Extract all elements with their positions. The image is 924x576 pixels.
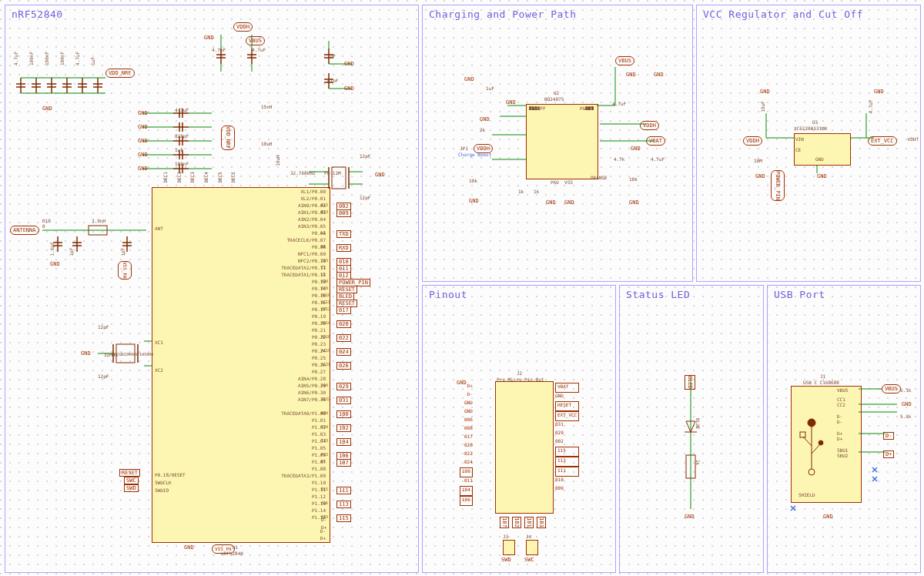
c20v: 1pF (120, 248, 126, 256)
j4-val: SWC (524, 557, 534, 563)
y2p: FC-12M (324, 170, 341, 176)
c8v: 100nF (175, 161, 189, 166)
gnd-d5: GND (138, 166, 148, 172)
c4v: 12pF (360, 195, 370, 200)
c21l: 1uF (327, 53, 336, 59)
c22l: 47nF (327, 78, 338, 83)
net-swd-l: SWD (124, 484, 139, 492)
title-pinout: Pinout (429, 289, 467, 300)
y1b: XRCGB32M000F1H50R0 (112, 352, 153, 357)
gnd-p1: GND (457, 380, 467, 386)
vreg-wires (743, 90, 889, 175)
rail-vbus-top: VBUS (246, 36, 265, 45)
d3v: BLUE (695, 418, 701, 429)
gnd-y2: GND (375, 172, 385, 178)
c19v: 1pF (69, 248, 74, 256)
box-charge: Charging and Power Path U2 BQ24075 SYSOF… (422, 5, 693, 282)
gnd-usb2: GND (823, 514, 833, 520)
box-nrf: nRF52840 U1 nRF52840 VDD_NRF 4.7uF 100nF… (5, 5, 419, 573)
r10v: 0 (42, 223, 45, 229)
gnd-d3: GND (138, 138, 148, 144)
j1-pins: VBUS CC1CC2 D-D- D+D+ SBU1SBU2 (837, 387, 848, 464)
y2f: 32.768kHz (290, 170, 316, 176)
svg-point-109 (819, 440, 823, 445)
chip-j2 (495, 381, 554, 514)
title-nrf: nRF52840 (12, 8, 63, 20)
chip-j3 (503, 540, 515, 555)
c12v: 100nF (28, 52, 34, 65)
dec-labels: DEC1 DEC2 DEC3 DEC4 DEC5 DEC6 (159, 175, 238, 180)
j3-ref: J3 (503, 534, 508, 539)
svg-point-105 (808, 419, 815, 427)
svg-rect-108 (800, 432, 805, 437)
j2-val: Pro-Micro-Pin-Out (497, 377, 544, 382)
gnd-c21: GND (344, 61, 354, 67)
c2v: 12pF (98, 373, 109, 379)
gnd-d1: GND (138, 110, 148, 116)
rail-vdd-nrf-1: VDD_NRF (105, 69, 135, 78)
title-vreg: VCC Regulator and Cut Off (703, 8, 863, 20)
c1v: 12pF (98, 324, 109, 330)
caps-topleft (13, 70, 121, 116)
top-power (206, 25, 360, 110)
j2-ref: J2 (517, 370, 522, 376)
svg-point-107 (808, 469, 815, 475)
gnd-d4: GND (138, 152, 148, 158)
c10v: 4.7uF (75, 52, 80, 65)
rail-vdd-nrf-2: VDD_NRF (221, 126, 235, 150)
vsspa-u1b: VSS_PA (212, 544, 235, 554)
rail-vddh-top: VDDH (233, 22, 253, 32)
gnd-c22: GND (344, 85, 354, 92)
c3v: 12pF (360, 153, 370, 159)
l2v: 3.9nH (92, 218, 105, 223)
c14v: 4.7uF (13, 52, 18, 65)
r8v: 1k (695, 460, 701, 465)
c7l: 4.7uF (252, 47, 266, 52)
gnd-ant1: GND (50, 261, 60, 267)
l4v: 10uH (261, 141, 272, 146)
c11v: 100nF (59, 52, 65, 65)
usb-trident-icon (798, 415, 825, 484)
gnd-d2: GND (138, 124, 148, 130)
l3v: 15nH (261, 104, 272, 109)
j3-val: SWD (501, 557, 511, 563)
status-led-svg (680, 378, 711, 517)
c16v: 100nF (44, 52, 49, 65)
l1v: 10uH (275, 155, 280, 166)
j2-bottom: 107102101103 (500, 517, 549, 529)
rail-antenna: ANTENNA (10, 226, 39, 235)
usb-wires (859, 386, 912, 509)
j2-right: VBATGNDRESETEXT_VCC031029002115113111010… (555, 383, 579, 494)
title-usb: USB Port (774, 289, 825, 300)
net-reset-l: RESET (119, 469, 140, 477)
box-pinout: Pinout J2 Pro-Micro-Pin-Out D+D-GNDGND00… (422, 285, 616, 573)
title-status: Status LED (626, 289, 690, 300)
chip-j4 (526, 540, 538, 555)
title-charge: Charging and Power Path (429, 8, 577, 20)
j4-ref: J4 (526, 534, 531, 539)
c18v: 1.6pF (49, 242, 55, 256)
usb-nc-shield (791, 506, 803, 518)
bled-net: BLED (685, 375, 695, 390)
vsspa-ant: VSS_PA (118, 261, 132, 280)
c9v: 1uF (90, 57, 95, 65)
charge-wires (461, 59, 677, 206)
net-swc-l: SWC (124, 477, 139, 484)
c23l: 4.7uF (212, 47, 226, 52)
j2-left: D+D-GNDGND006008017020022024100011104106 (460, 383, 473, 506)
box-vreg: VCC Regulator and Cut Off U3 XC6220B331M… (696, 5, 921, 282)
gnd-u1b: GND (184, 544, 194, 551)
box-usb: USB Port J1 USB C C168688 VBUS CC1CC2 D-… (767, 285, 921, 573)
r10l: R10 (42, 218, 51, 223)
c13v: 1uF (175, 147, 183, 152)
gnd-tl: GND (42, 105, 52, 112)
c17v: 820pF (175, 133, 189, 139)
j1-ref: J1 (820, 373, 825, 379)
gnd-y1: GND (81, 350, 91, 357)
gnd-c23: GND (204, 35, 214, 41)
c15v: 4.7uF (175, 107, 189, 112)
gnd-led: GND (685, 514, 695, 520)
j1-val: USB C C168688 (803, 380, 839, 385)
box-status: Status LED BLED BLUE 1k GND (619, 285, 764, 573)
